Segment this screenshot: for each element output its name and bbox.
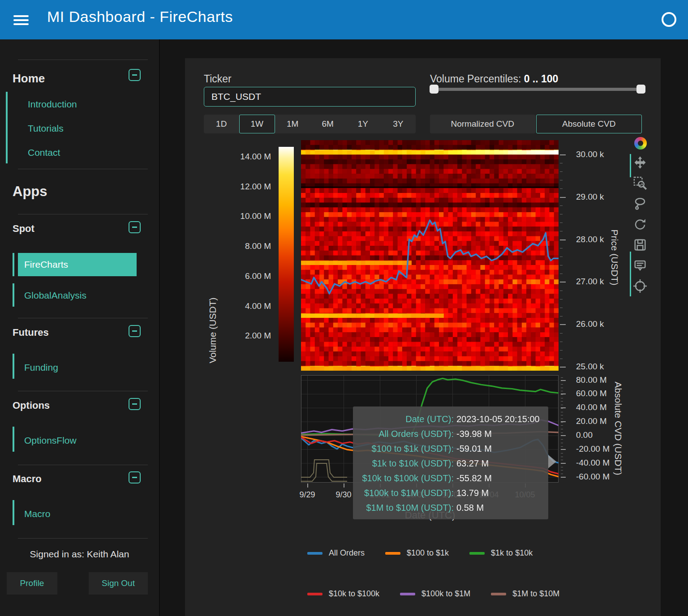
minor-tick [561,377,563,378]
minor-tick [560,342,563,342]
box-zoom-icon[interactable] [633,176,649,192]
collapse-home-icon[interactable] [129,69,141,81]
tooltip-row: $10k to $100k (USDT):-55.82 M [353,471,548,486]
modebar-active-indicator [630,252,631,296]
page-title: MI Dashboard - FireCharts [47,8,233,26]
minor-tick [561,439,563,440]
legend-item[interactable]: $1M to $10M [491,589,559,599]
legend-label: $1k to $10k [491,548,533,558]
pan-icon[interactable] [633,156,649,171]
legend-label: $100k to $1M [421,589,470,599]
volume-tick-label: 12.00 M [204,182,271,192]
minor-tick [561,405,563,405]
minor-tick [561,432,563,433]
sidebar-item-globalanalysis[interactable]: GlobalAnalysis [24,290,86,301]
legend-item[interactable]: $100k to $1M [400,589,470,599]
plotly-logo-icon[interactable] [634,137,647,150]
sidebar-item-funding[interactable]: Funding [24,362,58,373]
price-tick-mark [560,282,566,282]
legend-row-2: $10k to $100k$100k to $1M$1M to $10M [307,589,559,599]
sidebar-item-firecharts[interactable]: FireCharts [18,253,137,276]
range-6m-button[interactable]: 6M [310,115,346,133]
legend-label: $1M to $10M [512,589,559,599]
ticker-label: Ticker [204,73,232,85]
slider-handle-max[interactable] [636,85,645,94]
slider-handle-min[interactable] [430,85,439,94]
minor-tick [561,419,563,419]
range-1y-button[interactable]: 1Y [345,115,381,133]
minor-tick [561,474,563,474]
price-tick-mark [560,324,566,325]
legend-label: $100 to $1k [407,548,449,558]
percentile-slider[interactable] [431,88,644,91]
reset-axes-icon[interactable] [633,218,649,233]
menu-hamburger-icon[interactable] [13,13,29,26]
cvd-tick-mark [561,380,566,381]
tooltip-value: 2023-10-05 20:15:00 [454,414,540,424]
legend-item[interactable]: $1k to $10k [469,548,533,558]
profile-button[interactable]: Profile [7,572,57,595]
legend-swatch [307,552,322,555]
heatmap-price-chart[interactable] [301,140,559,371]
save-icon[interactable] [633,238,649,253]
section-indicator-bar [13,283,14,307]
volume-tick-label: 6.00 M [204,271,271,281]
range-1m-button[interactable]: 1M [275,115,310,133]
sidebar-item-introduction[interactable]: Introduction [28,99,77,110]
normalized-cvd-button[interactable]: Normalized CVD [430,115,535,133]
modebar-active-indicator [630,154,631,177]
date-tick-label: 9/30 [335,490,351,500]
price-axis-title: Price (USDT) [609,230,620,286]
range-1d-button[interactable]: 1D [204,115,239,133]
price-tick-mark [560,367,566,368]
range-1w-button[interactable]: 1W [239,115,275,133]
collapse-spot-icon[interactable] [129,221,141,233]
range-button-group: 1D 1W 1M 6M 1Y 3Y [204,115,416,133]
volume-colorbar [279,147,294,362]
legend-swatch [307,593,322,595]
price-tick-label: 26.00 k [576,319,604,329]
minor-tick [560,257,563,257]
legend-item[interactable]: $100 to $1k [385,548,449,558]
sidebar-item-tutorials[interactable]: Tutorials [28,123,64,134]
status-circle-icon[interactable] [662,12,676,27]
volume-percentiles-label: Volume Percentiles: 0 .. 100 [430,73,558,85]
app-header: MI Dashboard - FireCharts [0,0,688,39]
sidebar-item-contact[interactable]: Contact [28,147,60,158]
absolute-cvd-button[interactable]: Absolute CVD [536,115,642,133]
price-tick-label: 25.00 k [576,362,604,372]
ticker-input[interactable] [204,87,416,107]
sign-out-button[interactable]: Sign Out [89,572,148,595]
tooltip-row: Date (UTC):2023-10-05 20:15:00 [353,412,548,427]
legend-item[interactable]: All Orders [307,548,365,558]
sidebar-section-home: Home [13,72,45,86]
lasso-select-icon[interactable] [633,197,649,212]
spikelines-icon[interactable] [633,279,649,295]
volume-tick-label: 14.00 M [204,152,271,162]
cvd-tick-label: 0.00 [576,430,593,440]
collapse-macro-icon[interactable] [129,471,141,483]
minor-tick [561,412,563,412]
legend-row-1: All Orders$100 to $1k$1k to $10k [307,548,533,558]
tooltip-row: $1k to $10k (USDT):63.27 M [353,456,548,471]
minor-tick [560,308,563,308]
price-tick-label: 28.00 k [576,235,604,244]
price-tick-label: 30.00 k [576,150,604,159]
sidebar-item-macro[interactable]: Macro [24,509,50,519]
tooltip-row: $1M to $10M (USDT):0.58 M [353,500,548,515]
annotation-icon[interactable] [633,259,649,274]
cvd-tick-mark [561,407,566,408]
minor-tick [561,425,563,426]
volume-percentiles-caption: Volume Percentiles: [430,73,521,85]
range-3y-button[interactable]: 3Y [381,115,416,133]
collapse-futures-icon[interactable] [129,325,141,337]
divider [18,538,148,539]
minor-tick [561,460,563,460]
collapse-options-icon[interactable] [129,398,141,410]
sidebar-item-optionsflow[interactable]: OptionsFlow [24,435,77,446]
minor-tick [560,265,563,265]
legend-item[interactable]: $10k to $100k [307,589,379,599]
cvd-axis-title: Absolute CVD (USDT) [613,382,624,475]
minor-tick [560,291,563,291]
cvd-tick-label: 20.00 M [576,416,607,426]
